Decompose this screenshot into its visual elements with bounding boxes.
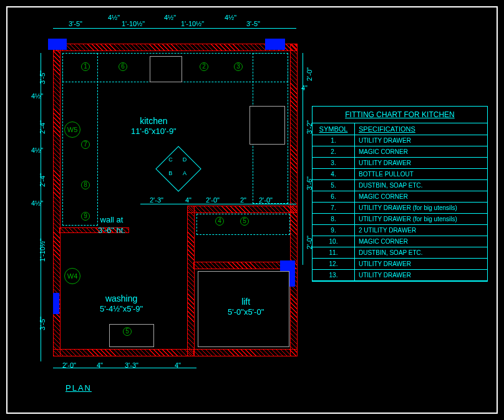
dim-line — [140, 204, 296, 204]
chart-row-spec: MAGIC CORNER — [355, 191, 487, 202]
compass-c: C — [168, 156, 173, 163]
compass-a: A — [183, 170, 187, 176]
dim: 2'-0" — [306, 67, 313, 81]
room-lift: lift 5'-0"x5'-0" — [228, 296, 264, 318]
chart-row: 7.UTILITY DRAWER (for big utensils) — [313, 203, 487, 214]
chart-row-symbol: 4. — [313, 169, 355, 179]
dim: 1'-10½" — [122, 20, 145, 27]
chart-row-spec: 2 UTILITY DRAWER — [355, 225, 487, 236]
dim: 4½" — [164, 14, 176, 21]
dim: 2'-3" — [150, 196, 163, 204]
chart-row: 5.DUSTBIN, SOAP ETC. — [313, 180, 487, 191]
dim: 4½" — [31, 199, 43, 207]
dim: 3'-5" — [69, 20, 82, 27]
fixture-marker: 8 — [81, 181, 90, 189]
chart-row-symbol: 6. — [313, 191, 355, 202]
chart-row-symbol: 1. — [313, 135, 355, 146]
room-name: washing — [105, 294, 137, 303]
chart-row-symbol: 10. — [313, 236, 355, 247]
chart-row-spec: UTILITY DRAWER — [355, 135, 487, 146]
wall-note-l1: wall at — [100, 215, 124, 224]
wall — [187, 206, 195, 356]
dim: 4" — [185, 196, 191, 204]
fixture-marker: 4 — [215, 217, 224, 226]
fixture-marker: 5 — [123, 327, 132, 336]
hob-fixture — [250, 106, 285, 145]
chart-header: SYMBOL SPECIFICATIONS — [313, 123, 487, 135]
chart-row: 11.DUSTBIN, SOAP ETC. — [313, 247, 487, 259]
compass-b: B — [168, 170, 172, 176]
wall — [193, 262, 294, 269]
room-washing: washing 5'-4½"x5'-9" — [100, 293, 143, 315]
wall-note: wall at 3'-6" ht. — [98, 215, 125, 236]
chart-row-spec: UTILITY DRAWER — [355, 270, 487, 280]
dim: 3'-5" — [39, 70, 46, 84]
dim: 2'-0" — [259, 196, 273, 204]
fixture-marker: 1 — [81, 62, 90, 71]
fixture-marker: 5 — [240, 217, 249, 226]
window-marker: W5 — [64, 122, 80, 138]
chart-row: 3.UTILITY DRAWER — [313, 158, 487, 169]
dim-line — [53, 28, 296, 29]
chart-row: 4.BOTTLE PULLOUT — [313, 169, 487, 180]
dim: 3'-3" — [125, 361, 138, 369]
chart-row-spec: DUSTBIN, SOAP ETC. — [355, 247, 487, 258]
chart-row: 9.2 UTILITY DRAWER — [313, 225, 487, 236]
chart-row-spec: BOTTLE PULLOUT — [355, 169, 487, 179]
wall-note-l2: 3'-6" ht. — [98, 226, 125, 236]
wall — [193, 349, 298, 356]
fixture-marker: 9 — [81, 212, 90, 221]
wall — [53, 349, 195, 356]
room-name: kitchen — [140, 116, 167, 126]
dim: 4½" — [31, 92, 43, 100]
chart-row-symbol: 13. — [313, 270, 355, 280]
fitting-chart: FITTING CHART FOR KITCHEN SYMBOL SPECIFI… — [312, 106, 488, 282]
fixture-marker: 6 — [119, 62, 127, 71]
dim: 4" — [175, 361, 181, 369]
dim: 4½" — [108, 14, 120, 21]
room-name: lift — [241, 297, 250, 307]
dim: 3'-5" — [246, 20, 260, 27]
chart-row: 6.MAGIC CORNER — [313, 191, 487, 203]
compass-d: D — [183, 156, 187, 163]
chart-title: FITTING CHART FOR KITCHEN — [313, 107, 487, 123]
dim: 4½" — [225, 14, 236, 21]
chart-row-spec: UTILITY DRAWER — [355, 259, 487, 269]
chart-row-symbol: 11. — [313, 247, 355, 258]
chart-row: 1.UTILITY DRAWER — [313, 135, 487, 146]
wall — [187, 206, 298, 213]
floor-plan: 1 6 2 3 7 8 9 4 5 5 W5 W4 D A B C kitche… — [41, 25, 296, 374]
column — [265, 39, 285, 50]
dim: 1'-10½" — [39, 239, 46, 262]
window-marker: W4 — [64, 268, 80, 284]
chart-row-symbol: 2. — [313, 146, 355, 157]
dim: 3'-5" — [39, 317, 46, 330]
chart-row: 8.UTILITY DRAWER (for big utensils) — [313, 214, 487, 225]
dim: 2'-0" — [206, 196, 220, 204]
chart-row-symbol: 8. — [313, 214, 355, 224]
chart-row: 2.MAGIC CORNER — [313, 146, 487, 158]
chart-row-spec: MAGIC CORNER — [355, 146, 487, 157]
chart-row-spec: UTILITY DRAWER (for big utensils) — [355, 214, 487, 224]
column — [48, 39, 67, 50]
counter-line — [62, 53, 98, 226]
chart-row-symbol: 5. — [313, 180, 355, 191]
chart-row: 13.UTILITY DRAWER — [313, 270, 487, 281]
chart-row-spec: MAGIC CORNER — [355, 236, 487, 247]
wall — [53, 44, 298, 51]
sink-fixture — [109, 324, 154, 347]
chart-row-spec: DUSTBIN, SOAP ETC. — [355, 180, 487, 191]
room-size: 5'-4½"x5'-9" — [100, 304, 143, 315]
fixture-marker: 2 — [200, 62, 208, 71]
dim: 4" — [97, 361, 103, 369]
dim: 4½" — [31, 146, 43, 154]
chart-head-symbol: SYMBOL — [313, 123, 355, 135]
fixture-marker: 7 — [81, 140, 90, 149]
chart-rows: 1.UTILITY DRAWER2.MAGIC CORNER3.UTILITY … — [313, 135, 487, 281]
dim: 2'-4" — [39, 173, 46, 187]
compass: D A B C — [155, 146, 201, 192]
chart-row: 10.MAGIC CORNER — [313, 236, 487, 247]
chart-row: 12.UTILITY DRAWER — [313, 259, 487, 270]
dim: 1'-10½" — [181, 20, 204, 27]
chart-row-spec: UTILITY DRAWER — [355, 158, 487, 168]
